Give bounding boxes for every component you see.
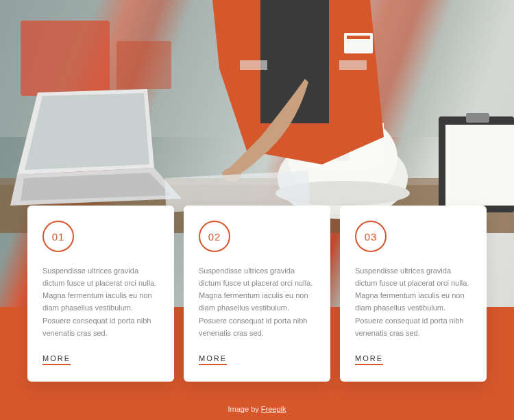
svg-rect-16 <box>466 113 489 123</box>
svg-rect-2 <box>117 41 171 89</box>
card-number-badge: 02 <box>199 221 230 252</box>
card-text: Suspendisse ultrices gravida dictum fusc… <box>42 264 159 339</box>
card-number-badge: 03 <box>355 221 387 252</box>
card-01: 01 Suspendisse ultrices gravida dictum f… <box>27 206 174 382</box>
svg-rect-15 <box>445 125 514 206</box>
svg-rect-12 <box>347 36 370 39</box>
more-link[interactable]: MORE <box>42 354 71 365</box>
attribution-prefix: Image by <box>228 405 261 413</box>
card-02: 02 Suspendisse ultrices gravida dictum f… <box>184 206 330 382</box>
card-text: Suspendisse ultrices gravida dictum fusc… <box>355 264 472 339</box>
card-row: 01 Suspendisse ultrices gravida dictum f… <box>27 206 487 382</box>
svg-rect-1 <box>21 21 110 96</box>
svg-rect-10 <box>339 60 367 70</box>
attribution-link[interactable]: Freepik <box>261 405 286 413</box>
card-number-badge: 01 <box>42 221 74 252</box>
more-link[interactable]: MORE <box>199 354 227 365</box>
svg-rect-9 <box>240 60 267 70</box>
attribution: Image by Freepik <box>0 405 514 413</box>
more-link[interactable]: MORE <box>355 354 383 365</box>
card-03: 03 Suspendisse ultrices gravida dictum f… <box>340 206 487 382</box>
card-text: Suspendisse ultrices gravida dictum fusc… <box>199 264 315 339</box>
